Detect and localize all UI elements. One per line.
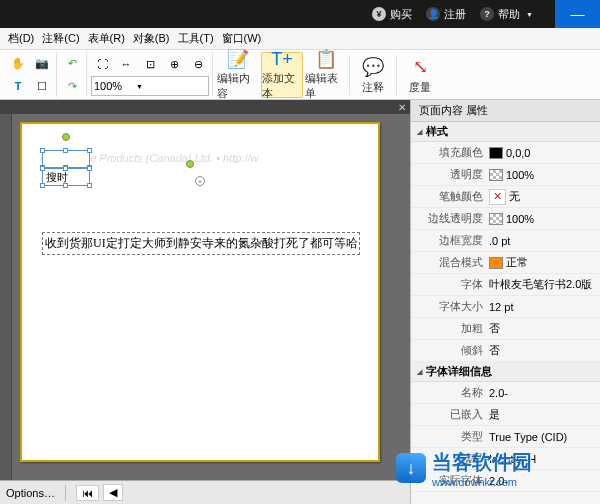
stroke-color-value: 无: [509, 189, 520, 204]
stroke-opacity-value: 100%: [506, 213, 534, 225]
zoom-in-button[interactable]: ⊕: [163, 53, 185, 75]
menu-comment[interactable]: 注释(C): [38, 29, 83, 48]
type-value: True Type (CID): [489, 431, 567, 443]
stroke-color-label: 笔触颜色: [411, 189, 489, 204]
page-nav: ⏮ ◀: [76, 484, 123, 501]
italic-value[interactable]: 否: [489, 343, 500, 358]
opacity-swatch[interactable]: [489, 169, 503, 181]
fit-page-button[interactable]: ⛶: [91, 53, 113, 75]
pdf-page[interactable]: er Software Products (Canada) Ltd. • htt…: [20, 122, 380, 462]
stroke-color-input[interactable]: ✕: [489, 189, 506, 205]
canvas-status-bar: Options… ⏮ ◀: [0, 480, 410, 504]
main-toolbar: ✋ T 📷 ☐ ↶ ↷ ⛶ ↔ ⊡ ⊕ ⊖ ▼: [0, 50, 600, 100]
edit-content-icon: 📝: [226, 48, 250, 70]
page-viewport[interactable]: er Software Products (Canada) Ltd. • htt…: [12, 114, 410, 480]
edit-form-icon: 📋: [314, 48, 338, 70]
fill-color-value: 0,0,0: [506, 147, 530, 159]
select-tool-button[interactable]: ☐: [31, 75, 53, 97]
border-width-label: 边框宽度: [411, 233, 489, 248]
edit-form-button[interactable]: 📋 编辑表单: [305, 52, 347, 98]
stroke-opacity-label: 边线透明度: [411, 211, 489, 226]
undo-button[interactable]: ↶: [61, 52, 83, 74]
blend-swatch[interactable]: [489, 257, 503, 269]
menu-tools[interactable]: 工具(T): [174, 29, 218, 48]
calligraphy-text[interactable]: 收到货那UI定打定大师到静安寺来的氮杂酸打死了都可等哈: [42, 232, 360, 255]
comment-icon: 💬: [361, 55, 385, 79]
first-page-button[interactable]: ⏮: [76, 485, 99, 501]
fill-swatch[interactable]: [489, 147, 503, 159]
border-width-value[interactable]: .0 pt: [489, 235, 510, 247]
rotate-handle-2[interactable]: [186, 160, 194, 168]
buy-label: 购买: [390, 7, 412, 22]
minimize-button[interactable]: —: [555, 0, 600, 28]
type-label: 类型: [411, 429, 489, 444]
yen-icon: ¥: [372, 7, 386, 21]
encode-label: 编码: [411, 451, 489, 466]
main-area: ✕ er Software Products (Canada) Ltd. • h…: [0, 100, 600, 504]
font-size-value[interactable]: 12 pt: [489, 301, 513, 313]
left-sidebar[interactable]: [0, 114, 12, 480]
blend-mode-value: 正常: [506, 255, 528, 270]
font-size-label: 字体大小: [411, 299, 489, 314]
font-label: 字体: [411, 277, 489, 292]
rotate-handle[interactable]: [62, 133, 70, 141]
fit-width-button[interactable]: ↔: [115, 53, 137, 75]
name-value: 2.0-: [489, 387, 508, 399]
prev-page-button[interactable]: ◀: [103, 484, 123, 501]
opacity-label: 透明度: [411, 167, 489, 182]
style-section-header[interactable]: 样式: [411, 122, 600, 142]
snapshot-button[interactable]: 📷: [31, 52, 53, 74]
embed-label: 已嵌入: [411, 407, 489, 422]
redo-button[interactable]: ↷: [61, 75, 83, 97]
edit-form-label: 编辑表单: [305, 71, 347, 101]
zoom-out-button[interactable]: ⊖: [187, 53, 209, 75]
options-button[interactable]: Options…: [6, 487, 55, 499]
embed-value: 是: [489, 407, 500, 422]
register-label: 注册: [444, 7, 466, 22]
font-value[interactable]: 叶根友毛笔行书2.0版: [489, 277, 592, 292]
measure-icon: ⤡: [408, 55, 432, 79]
bold-value[interactable]: 否: [489, 321, 500, 336]
menu-file[interactable]: 档(D): [4, 29, 38, 48]
font-detail-section-header[interactable]: 字体详细信息: [411, 362, 600, 382]
help-icon: ?: [480, 7, 494, 21]
register-link[interactable]: 👤 注册: [426, 7, 466, 22]
add-text-label: 添加文本: [262, 71, 302, 101]
menu-object[interactable]: 对象(B): [129, 29, 174, 48]
opacity-value: 100%: [506, 169, 534, 181]
text-box-2-content: 搜时: [46, 171, 68, 183]
properties-panel: 页面内容 属性 样式 填充颜色 0,0,0 透明度 100% 笔触颜色 ✕无 边…: [410, 100, 600, 504]
hand-tool-button[interactable]: ✋: [7, 52, 29, 74]
text-box-2[interactable]: 搜时: [42, 168, 90, 186]
add-text-button[interactable]: T+ 添加文本: [261, 52, 303, 98]
encode-value: Identity-H: [489, 453, 536, 465]
comment-button[interactable]: 💬 注释: [352, 52, 394, 98]
chevron-down-icon: ▼: [136, 83, 143, 90]
help-label: 帮助: [498, 7, 520, 22]
help-link[interactable]: ? 帮助 ▼: [480, 7, 533, 22]
menu-bar: 档(D) 注释(C) 表单(R) 对象(B) 工具(T) 窗口(W): [0, 28, 600, 50]
buy-link[interactable]: ¥ 购买: [372, 7, 412, 22]
menu-window[interactable]: 窗口(W): [218, 29, 266, 48]
edit-content-button[interactable]: 📝 编辑内容: [217, 52, 259, 98]
stroke-opacity-swatch[interactable]: [489, 213, 503, 225]
zoom-input[interactable]: [94, 80, 136, 92]
name-label: 名称: [411, 385, 489, 400]
actual-size-button[interactable]: ⊡: [139, 53, 161, 75]
edit-content-label: 编辑内容: [217, 71, 259, 101]
close-icon[interactable]: ✕: [398, 102, 406, 113]
title-bar: ¥ 购买 👤 注册 ? 帮助 ▼ —: [0, 0, 600, 28]
measure-button[interactable]: ⤡ 度量: [399, 52, 441, 98]
zoom-combo[interactable]: ▼: [91, 76, 209, 96]
actual-font-value: 2.0-: [489, 475, 508, 487]
bold-label: 加粗: [411, 321, 489, 336]
menu-form[interactable]: 表单(R): [84, 29, 129, 48]
fill-color-label: 填充颜色: [411, 145, 489, 160]
actual-font-label: 实际字体: [411, 473, 489, 488]
center-handle[interactable]: +: [195, 176, 205, 186]
text-tool-button[interactable]: T: [7, 75, 29, 97]
italic-label: 倾斜: [411, 343, 489, 358]
measure-label: 度量: [409, 80, 431, 95]
chevron-down-icon: ▼: [526, 11, 533, 18]
add-text-icon: T+: [270, 49, 294, 70]
